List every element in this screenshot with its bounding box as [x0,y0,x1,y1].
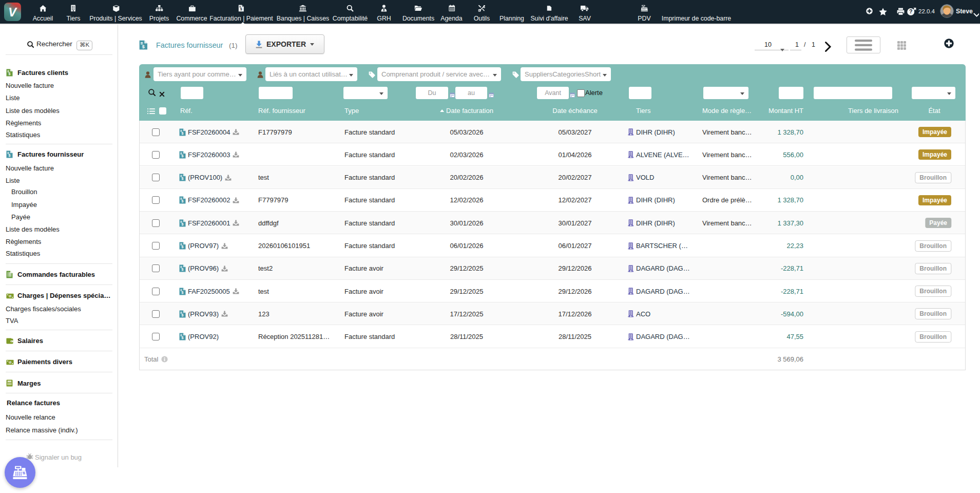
svg-text:V: V [8,5,17,19]
svg-text:$: $ [240,7,242,11]
svg-text:$: $ [142,44,145,49]
svg-text:$: $ [9,294,11,297]
svg-text:$: $ [9,154,11,158]
svg-text:$: $ [182,313,184,317]
svg-text:$: $ [182,268,184,272]
svg-text:$: $ [9,72,11,76]
svg-text:$: $ [182,131,184,136]
svg-text:$: $ [9,361,11,364]
svg-text:$: $ [182,336,184,340]
svg-text:$: $ [182,177,184,181]
svg-text:$: $ [182,245,184,249]
svg-text:$: $ [182,200,184,204]
svg-text:?: ? [909,8,912,14]
svg-text:$: $ [182,291,184,295]
svg-text:$: $ [182,154,184,158]
svg-text:$: $ [182,222,184,226]
